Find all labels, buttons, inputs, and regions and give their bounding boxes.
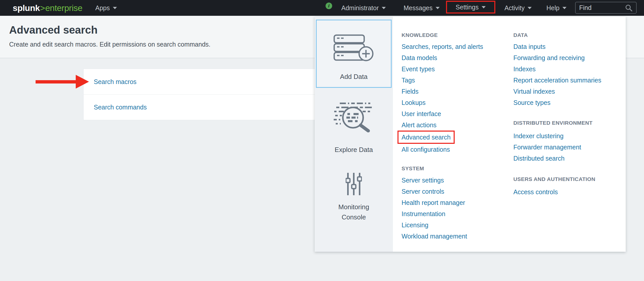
add-data-icon — [333, 34, 374, 61]
menu-link-report-acceleration-summaries[interactable]: Report acceleration summaries — [513, 75, 601, 86]
nav-activity-menu[interactable]: Activity — [504, 0, 532, 16]
menu-link-user-interface[interactable]: User interface — [402, 108, 483, 119]
menu-link-searches-reports-alerts[interactable]: Searches, reports, and alerts — [402, 41, 483, 52]
menu-link-data-models[interactable]: Data models — [402, 52, 483, 63]
nav-help-label: Help — [546, 4, 559, 12]
chevron-down-icon — [562, 7, 566, 9]
nav-administrator-menu[interactable]: Administrator — [341, 0, 386, 16]
nav-activity-label: Activity — [504, 4, 525, 12]
nav-settings-menu[interactable]: Settings — [446, 1, 495, 13]
menu-link-instrumentation[interactable]: Instrumentation — [402, 208, 467, 219]
menu-link-advanced-search[interactable]: Advanced search — [402, 134, 451, 141]
nav-apps-menu[interactable]: Apps — [95, 0, 117, 16]
menu-link-forwarding-receiving[interactable]: Forwarding and receiving — [513, 52, 601, 63]
splunk-settings-screen: splunk > enterprise Apps i Administrator… — [0, 0, 644, 281]
search-icon — [625, 4, 633, 12]
menu-link-source-types[interactable]: Source types — [513, 97, 601, 108]
menu-link-lookups[interactable]: Lookups — [402, 97, 483, 108]
tile-monitoring-console-label: Monitoring Console — [327, 202, 380, 222]
menu-section-users-authentication: USERS AND AUTHENTICATION Access controls — [513, 176, 595, 198]
menu-link-distributed-search[interactable]: Distributed search — [513, 153, 592, 164]
menu-section-title: USERS AND AUTHENTICATION — [513, 176, 595, 183]
menu-link-forwarder-management[interactable]: Forwarder management — [513, 142, 592, 153]
menu-section-title: DATA — [513, 32, 601, 39]
chevron-down-icon — [436, 7, 440, 9]
menu-link-indexes[interactable]: Indexes — [513, 63, 601, 75]
menu-link-health-report-manager[interactable]: Health report manager — [402, 197, 467, 208]
explore-data-icon — [332, 102, 375, 132]
logo-gt-glyph: > — [40, 3, 45, 13]
tile-add-data[interactable]: Add Data — [316, 20, 392, 88]
nav-administrator-label: Administrator — [341, 4, 379, 12]
annotation-arrow — [36, 75, 89, 89]
menu-link-access-controls[interactable]: Access controls — [513, 186, 595, 198]
menu-link-licensing[interactable]: Licensing — [402, 219, 467, 231]
annotation-box-advanced-search: Advanced search — [397, 131, 455, 144]
settings-dropdown-panel: Add Data — [315, 17, 626, 252]
find-search-box[interactable] — [575, 2, 637, 14]
chevron-down-icon — [113, 7, 117, 9]
tile-monitoring-console[interactable]: Monitoring Console — [315, 167, 393, 222]
top-navbar: splunk > enterprise Apps i Administrator… — [0, 0, 644, 16]
tile-explore-data-label: Explore Data — [335, 145, 373, 155]
nav-apps-label: Apps — [95, 4, 110, 12]
info-icon[interactable]: i — [326, 3, 332, 9]
menu-link-all-configurations[interactable]: All configurations — [402, 144, 483, 155]
search-macros-link[interactable]: Search macros — [94, 78, 136, 86]
menu-link-tags[interactable]: Tags — [402, 75, 483, 86]
menu-link-server-settings[interactable]: Server settings — [402, 175, 467, 186]
menu-section-system: SYSTEM Server settings Server controls H… — [402, 165, 467, 242]
splunk-enterprise-logo[interactable]: splunk > enterprise — [13, 0, 82, 16]
tile-add-data-label: Add Data — [340, 72, 367, 82]
menu-section-knowledge: KNOWLEDGE Searches, reports, and alerts … — [402, 32, 483, 155]
nav-messages-menu[interactable]: Messages — [404, 0, 440, 16]
menu-link-workload-management[interactable]: Workload management — [402, 231, 467, 242]
nav-messages-label: Messages — [404, 4, 433, 12]
annotation-arrow-shaft — [36, 80, 76, 83]
chevron-down-icon — [528, 7, 532, 9]
menu-link-event-types[interactable]: Event types — [402, 63, 483, 75]
page-subtitle: Create and edit search macros. Edit perm… — [9, 41, 210, 48]
logo-enterprise-text: enterprise — [45, 3, 82, 13]
menu-link-alert-actions[interactable]: Alert actions — [402, 119, 483, 131]
nav-settings-label: Settings — [456, 4, 479, 11]
menu-link-data-inputs[interactable]: Data inputs — [513, 41, 601, 52]
menu-section-title: SYSTEM — [402, 165, 467, 172]
search-commands-link[interactable]: Search commands — [94, 104, 147, 111]
menu-link-advanced-search-row[interactable]: Advanced search — [402, 131, 483, 144]
logo-splunk-text: splunk — [13, 3, 40, 13]
menu-link-indexer-clustering[interactable]: Indexer clustering — [513, 130, 592, 142]
menu-link-fields[interactable]: Fields — [402, 86, 483, 97]
tile-explore-data[interactable]: Explore Data — [315, 98, 393, 155]
annotation-arrow-head — [76, 75, 89, 89]
menu-section-distributed-environment: DISTRIBUTED ENVIRONMENT Indexer clusteri… — [513, 119, 592, 164]
settings-menu-tiles-column: Add Data — [315, 17, 393, 252]
find-search-input[interactable] — [579, 4, 625, 11]
menu-section-data: DATA Data inputs Forwarding and receivin… — [513, 32, 601, 108]
menu-section-title: DISTRIBUTED ENVIRONMENT — [513, 119, 592, 127]
menu-section-title: KNOWLEDGE — [402, 32, 483, 39]
nav-help-menu[interactable]: Help — [546, 0, 566, 16]
menu-link-server-controls[interactable]: Server controls — [402, 186, 467, 197]
monitoring-console-icon — [346, 172, 362, 196]
page-title: Advanced search — [9, 24, 98, 36]
menu-link-virtual-indexes[interactable]: Virtual indexes — [513, 86, 601, 97]
chevron-down-icon — [382, 7, 386, 9]
chevron-down-icon — [482, 6, 486, 8]
